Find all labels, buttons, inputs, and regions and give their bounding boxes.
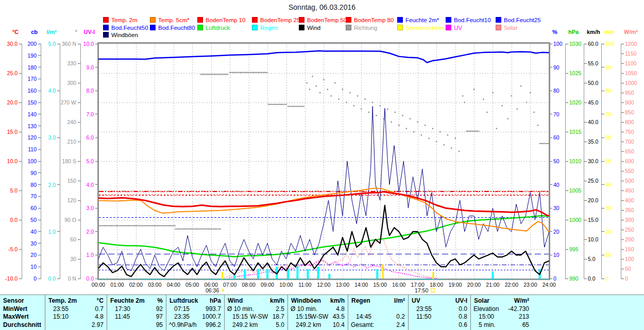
legend-swatch-icon: [150, 17, 156, 23]
table-cell-time: Elevation: [473, 305, 499, 312]
axis-tick: [621, 151, 624, 152]
axis-tick-label: 60: [605, 134, 612, 141]
legend-item: Bod.Feucht50: [103, 25, 148, 30]
axis-tick: [621, 249, 624, 250]
x-axis-hour-label: 13:00: [333, 282, 352, 288]
axis-tick: [19, 190, 22, 191]
page-title: Sonntag, 06.03.2016: [0, 3, 644, 11]
axis-tick: [621, 230, 624, 230]
axis-tick: [566, 73, 568, 74]
legend-label: Bod.Feucht25: [504, 17, 541, 23]
axis-tick: [566, 132, 568, 132]
axis-tick-label: 120: [50, 197, 76, 203]
axis-tick: [602, 137, 604, 138]
axis-tick: [38, 55, 41, 56]
axis-tick: [584, 279, 587, 279]
axis-tick: [57, 184, 60, 185]
axis-tick-label: 1015: [569, 129, 581, 135]
axis-tick: [602, 184, 604, 185]
axis-tick-label: 20: [553, 229, 560, 235]
axis-tick-label: 90: [10, 170, 37, 176]
axis-tick: [78, 122, 80, 123]
axis-tick: [566, 220, 568, 220]
table-column-divider: [166, 295, 166, 330]
table-column-divider: [287, 295, 288, 330]
axis-tick: [78, 259, 80, 259]
legend-label: Bod.Feucht50: [111, 25, 148, 31]
table-cell-time: Gesamt:: [351, 321, 374, 328]
axis-tick-label: 7.0: [67, 111, 94, 117]
axis-tick: [566, 102, 568, 103]
axis-tick-label: 1000: [569, 217, 581, 223]
legend-label: Windböen: [111, 32, 138, 38]
axis-tick: [38, 149, 41, 150]
axis-tick-label: 50: [553, 158, 560, 164]
axis-tick: [621, 73, 624, 74]
axis-tick-label: 1020: [569, 99, 581, 106]
axis-tick-label: 20.0: [588, 197, 598, 203]
axis-tick-label: 55.0: [588, 60, 598, 66]
legend-label: Bod.Feucht10: [454, 17, 491, 23]
x-axis-hour-label: 12:00: [314, 282, 333, 288]
axis-tick-label: 30: [605, 205, 612, 211]
table-cell-time: Ø 10 min.: [291, 305, 317, 312]
axis-tick: [621, 239, 624, 240]
axis-tick-label: 1005: [569, 187, 581, 194]
axis-tick: [584, 63, 587, 64]
axis-tick-label: 1.0: [29, 229, 56, 235]
legend-item: BodenTemp 80: [346, 17, 394, 23]
axis-tick-label: 1030: [569, 41, 581, 47]
axis-tick: [602, 255, 604, 255]
legend-swatch-icon: [397, 17, 403, 23]
legend-item: Bod.Feucht25: [496, 17, 541, 23]
axis-tick-label: 550: [625, 168, 634, 174]
axis-tick-label: 50: [10, 217, 37, 223]
axis-tick: [621, 102, 624, 103]
legend-swatch-icon: [496, 17, 501, 23]
axis-tick: [621, 279, 624, 279]
axis-tick-label: 400: [625, 197, 634, 203]
sunrise-time: 06:36: [206, 287, 219, 293]
table-cell-value: 213: [500, 313, 529, 320]
axis-tick-label: 15.0: [588, 217, 598, 223]
legend-swatch-icon: [197, 17, 203, 23]
legend-item: Windböen: [103, 32, 138, 38]
axis-tick-label: 990: [569, 275, 579, 282]
axis-tick-label: 40: [553, 182, 560, 188]
legend-swatch-icon: [252, 17, 258, 23]
axis-tick: [38, 243, 41, 244]
axis-tick: [584, 161, 587, 162]
axis-tick-label: 50.0: [588, 80, 598, 86]
table-cell-value: 18.7: [256, 313, 284, 320]
table-section-unit: l/m²: [377, 297, 405, 304]
x-axis-hour-label: 20:00: [465, 282, 483, 288]
axis-tick-label: 1150: [625, 50, 637, 57]
x-axis-hour-label: 16:00: [389, 282, 408, 288]
legend-item: Richtung: [346, 25, 377, 30]
table-section-name: Temp. 2m: [48, 297, 77, 304]
axis-tick-label: 5.0: [67, 158, 94, 164]
legend-swatch-icon: [346, 17, 351, 23]
legend-swatch-icon: [346, 25, 351, 30]
table-column-divider: [45, 295, 45, 330]
axis-unit-label: UV-I: [66, 29, 95, 35]
legend-swatch-icon: [103, 25, 109, 30]
axis-tick: [38, 208, 41, 209]
axis-tick: [57, 137, 60, 138]
legend-item: BodenTemp 10: [197, 17, 245, 23]
table-cell-time: 11:45: [115, 313, 130, 320]
axis-tick: [602, 208, 604, 209]
x-axis-hour-label: 02:00: [127, 282, 145, 288]
axis-tick: [566, 190, 568, 191]
axis-tick: [621, 122, 624, 123]
table-section-unit: hPa: [193, 297, 221, 304]
legend-item: UV: [446, 25, 462, 30]
x-axis-hour-label: 15:00: [371, 282, 389, 288]
axis-tick-label: 150: [10, 99, 37, 106]
axis-tick-label: 25.0: [0, 70, 18, 76]
table-cell-value: 2.5: [256, 305, 284, 312]
axis-tick: [621, 54, 624, 54]
axis-tick: [621, 63, 624, 64]
legend-label: BodenTemp 50: [307, 17, 347, 23]
x-axis-hour-label: 04:00: [164, 282, 183, 288]
